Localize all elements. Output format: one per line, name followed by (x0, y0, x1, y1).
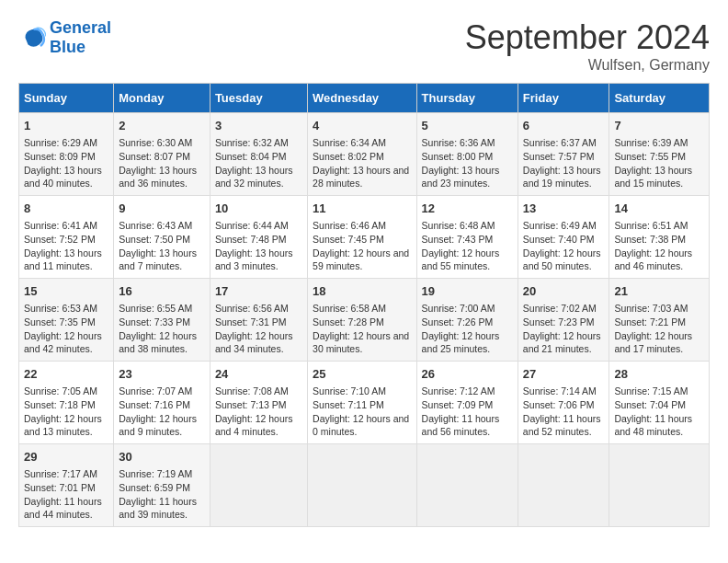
sunset-text: Sunset: 7:04 PM (614, 398, 704, 412)
table-row: 8Sunrise: 6:41 AMSunset: 7:52 PMDaylight… (19, 196, 114, 279)
table-row: 21Sunrise: 7:03 AMSunset: 7:21 PMDayligh… (609, 279, 710, 362)
table-row (609, 444, 710, 527)
calendar-header-row: Sunday Monday Tuesday Wednesday Thursday… (19, 84, 710, 113)
table-row: 26Sunrise: 7:12 AMSunset: 7:09 PMDayligh… (416, 362, 518, 444)
sunset-text: Sunset: 7:23 PM (523, 316, 605, 329)
sunset-text: Sunset: 8:07 PM (119, 150, 205, 164)
table-row: 2Sunrise: 6:30 AMSunset: 8:07 PMDaylight… (114, 113, 210, 196)
day-number: 26 (422, 366, 513, 383)
sunrise-text: Sunrise: 6:30 AM (119, 136, 205, 150)
sunrise-text: Sunrise: 6:37 AM (523, 136, 605, 150)
table-row: 15Sunrise: 6:53 AMSunset: 7:35 PMDayligh… (19, 279, 114, 362)
table-row: 17Sunrise: 6:56 AMSunset: 7:31 PMDayligh… (210, 279, 307, 362)
day-number: 29 (24, 449, 108, 465)
sunrise-text: Sunrise: 6:58 AM (313, 302, 411, 316)
daylight-text: Daylight: 13 hours and 7 minutes. (119, 247, 205, 273)
sunset-text: Sunset: 7:57 PM (523, 150, 605, 164)
day-number: 13 (523, 201, 605, 217)
table-row: 16Sunrise: 6:55 AMSunset: 7:33 PMDayligh… (114, 279, 210, 362)
daylight-text: Daylight: 13 hours and 23 minutes. (422, 164, 513, 190)
sunrise-text: Sunrise: 7:17 AM (24, 467, 108, 481)
sunset-text: Sunset: 7:43 PM (422, 233, 513, 247)
sunrise-text: Sunrise: 6:53 AM (24, 302, 108, 316)
sunset-text: Sunset: 6:59 PM (119, 481, 205, 495)
sunrise-text: Sunrise: 6:48 AM (422, 219, 513, 233)
col-sunday: Sunday (19, 84, 114, 113)
calendar-table: Sunday Monday Tuesday Wednesday Thursday… (18, 83, 710, 527)
page-header: General Blue September 2024 Wulfsen, Ger… (18, 18, 710, 74)
day-number: 9 (119, 201, 205, 217)
sunset-text: Sunset: 7:09 PM (422, 398, 513, 412)
daylight-text: Daylight: 12 hours and 9 minutes. (119, 412, 205, 439)
table-row: 28Sunrise: 7:15 AMSunset: 7:04 PMDayligh… (609, 362, 710, 444)
sunset-text: Sunset: 7:50 PM (119, 233, 205, 247)
daylight-text: Daylight: 12 hours and 30 minutes. (313, 329, 411, 356)
daylight-text: Daylight: 12 hours and 21 minutes. (523, 329, 605, 356)
calendar-week-row: 22Sunrise: 7:05 AMSunset: 7:18 PMDayligh… (19, 362, 710, 444)
daylight-text: Daylight: 13 hours and 19 minutes. (523, 164, 605, 190)
sunset-text: Sunset: 7:35 PM (24, 316, 108, 329)
daylight-text: Daylight: 12 hours and 42 minutes. (24, 329, 108, 356)
col-tuesday: Tuesday (210, 84, 307, 113)
day-number: 5 (422, 118, 513, 134)
daylight-text: Daylight: 12 hours and 50 minutes. (523, 247, 605, 273)
sunset-text: Sunset: 7:33 PM (119, 316, 205, 329)
sunrise-text: Sunrise: 7:19 AM (119, 467, 205, 481)
daylight-text: Daylight: 11 hours and 56 minutes. (422, 412, 513, 439)
daylight-text: Daylight: 13 hours and 40 minutes. (24, 164, 108, 190)
table-row: 18Sunrise: 6:58 AMSunset: 7:28 PMDayligh… (308, 279, 416, 362)
table-row (210, 444, 307, 527)
day-number: 15 (24, 283, 108, 300)
day-number: 25 (313, 366, 411, 383)
daylight-text: Daylight: 13 hours and 36 minutes. (119, 164, 205, 190)
table-row: 14Sunrise: 6:51 AMSunset: 7:38 PMDayligh… (609, 196, 710, 279)
sunset-text: Sunset: 7:45 PM (313, 233, 411, 247)
sunset-text: Sunset: 7:52 PM (24, 233, 108, 247)
day-number: 14 (614, 201, 704, 217)
daylight-text: Daylight: 12 hours and 59 minutes. (313, 247, 411, 273)
calendar-week-row: 15Sunrise: 6:53 AMSunset: 7:35 PMDayligh… (19, 279, 710, 362)
sunrise-text: Sunrise: 7:00 AM (422, 302, 513, 316)
sunrise-text: Sunrise: 7:08 AM (215, 385, 302, 398)
sunset-text: Sunset: 7:16 PM (119, 398, 205, 412)
daylight-text: Daylight: 11 hours and 44 minutes. (24, 495, 108, 522)
day-number: 16 (119, 283, 205, 300)
sunrise-text: Sunrise: 7:07 AM (119, 385, 205, 398)
calendar-week-row: 29Sunrise: 7:17 AMSunset: 7:01 PMDayligh… (19, 444, 710, 527)
daylight-text: Daylight: 13 hours and 11 minutes. (24, 247, 108, 273)
table-row: 19Sunrise: 7:00 AMSunset: 7:26 PMDayligh… (416, 279, 518, 362)
sunset-text: Sunset: 7:31 PM (215, 316, 302, 329)
sunset-text: Sunset: 8:04 PM (215, 150, 302, 164)
sunrise-text: Sunrise: 7:10 AM (313, 385, 411, 398)
sunset-text: Sunset: 7:01 PM (24, 481, 108, 495)
table-row: 27Sunrise: 7:14 AMSunset: 7:06 PMDayligh… (518, 362, 609, 444)
table-row: 4Sunrise: 6:34 AMSunset: 8:02 PMDaylight… (308, 113, 416, 196)
day-number: 27 (523, 366, 605, 383)
table-row: 7Sunrise: 6:39 AMSunset: 7:55 PMDaylight… (609, 113, 710, 196)
daylight-text: Daylight: 11 hours and 52 minutes. (523, 412, 605, 439)
table-row: 24Sunrise: 7:08 AMSunset: 7:13 PMDayligh… (210, 362, 307, 444)
day-number: 11 (313, 201, 411, 217)
col-friday: Friday (518, 84, 609, 113)
daylight-text: Daylight: 12 hours and 0 minutes. (313, 412, 411, 439)
sunset-text: Sunset: 8:02 PM (313, 150, 411, 164)
daylight-text: Daylight: 12 hours and 38 minutes. (119, 329, 205, 356)
sunset-text: Sunset: 7:48 PM (215, 233, 302, 247)
day-number: 23 (119, 366, 205, 383)
sunrise-text: Sunrise: 6:32 AM (215, 136, 302, 150)
sunrise-text: Sunrise: 6:34 AM (313, 136, 411, 150)
table-row (308, 444, 416, 527)
sunset-text: Sunset: 7:11 PM (313, 398, 411, 412)
sunset-text: Sunset: 8:00 PM (422, 150, 513, 164)
day-number: 21 (614, 283, 704, 300)
day-number: 30 (119, 449, 205, 465)
day-number: 22 (24, 366, 108, 383)
col-saturday: Saturday (609, 84, 710, 113)
month-year: September 2024 (465, 18, 710, 57)
sunrise-text: Sunrise: 7:14 AM (523, 385, 605, 398)
daylight-text: Daylight: 11 hours and 39 minutes. (119, 495, 205, 522)
sunrise-text: Sunrise: 6:39 AM (614, 136, 704, 150)
day-number: 20 (523, 283, 605, 300)
sunrise-text: Sunrise: 6:56 AM (215, 302, 302, 316)
sunrise-text: Sunrise: 6:46 AM (313, 219, 411, 233)
